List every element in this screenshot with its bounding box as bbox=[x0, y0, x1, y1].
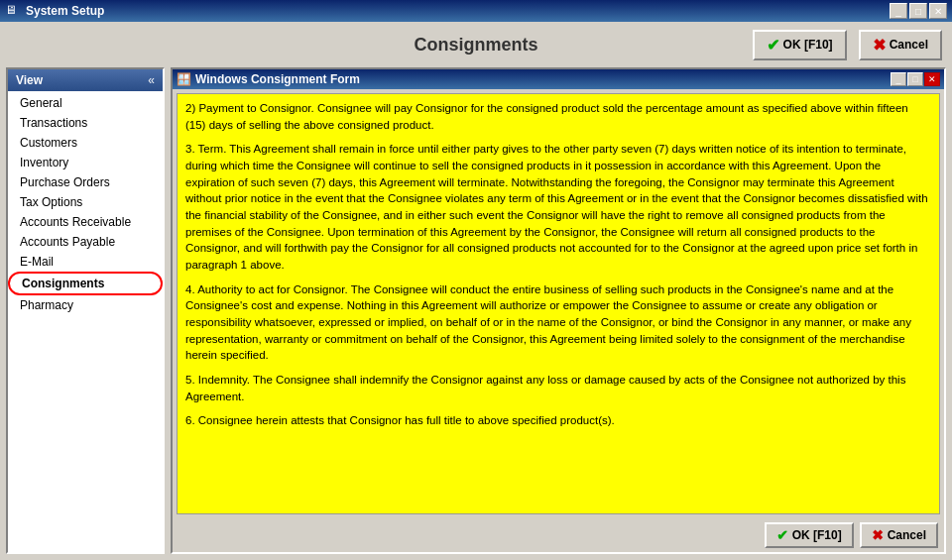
inner-close-button[interactable]: ✕ bbox=[924, 72, 940, 86]
sidebar-item-accounts-payable[interactable]: Accounts Payable bbox=[8, 232, 163, 252]
maximize-button[interactable]: □ bbox=[909, 3, 927, 19]
top-area: Consignments ✔ OK [F10] ✖ Cancel bbox=[0, 22, 952, 67]
window-controls: _ □ ✕ bbox=[890, 3, 947, 19]
inner-dialog: 🪟 Windows Consignment Form _ □ ✕ 2) Paym… bbox=[171, 67, 946, 554]
inner-footer: ✔ OK [F10] ✖ Cancel bbox=[173, 518, 944, 552]
inner-dialog-title: Windows Consignment Form bbox=[195, 72, 891, 86]
paragraph-5: 5. Indemnity. The Consignee shall indemn… bbox=[185, 372, 931, 404]
sidebar-nav: General Transactions Customers Inventory… bbox=[8, 91, 163, 317]
content-area: View « General Transactions Customers In… bbox=[0, 67, 952, 560]
sidebar-item-pharmacy[interactable]: Pharmacy bbox=[8, 295, 163, 315]
app-icon: 🖥 bbox=[5, 3, 21, 19]
cancel-label: Cancel bbox=[890, 38, 928, 52]
close-button[interactable]: ✕ bbox=[929, 3, 947, 19]
paragraph-4: 4. Authority to act for Consignor. The C… bbox=[185, 281, 931, 364]
ok-button[interactable]: ✔ OK [F10] bbox=[753, 30, 847, 60]
ok-label: OK [F10] bbox=[783, 38, 833, 52]
inner-dialog-icon: 🪟 bbox=[177, 72, 191, 86]
inner-title-bar: 🪟 Windows Consignment Form _ □ ✕ bbox=[173, 69, 944, 89]
page-title: Consignments bbox=[320, 35, 631, 56]
inner-cancel-label: Cancel bbox=[888, 528, 926, 542]
inner-window-controls: _ □ ✕ bbox=[891, 72, 940, 86]
sidebar-item-purchase-orders[interactable]: Purchase Orders bbox=[8, 172, 163, 192]
sidebar-item-customers[interactable]: Customers bbox=[8, 133, 163, 153]
inner-x-icon: ✖ bbox=[872, 527, 884, 543]
main-window: Consignments ✔ OK [F10] ✖ Cancel View « … bbox=[0, 22, 952, 560]
inner-maximize-button[interactable]: □ bbox=[907, 72, 923, 86]
paragraph-6: 6. Consignee herein attests that Consign… bbox=[185, 412, 931, 429]
paragraph-3: 3. Term. This Agreement shall remain in … bbox=[185, 141, 931, 273]
inner-ok-label: OK [F10] bbox=[792, 528, 842, 542]
sidebar-item-inventory[interactable]: Inventory bbox=[8, 153, 163, 172]
title-bar: 🖥 System Setup _ □ ✕ bbox=[0, 0, 952, 22]
sidebar-item-general[interactable]: General bbox=[8, 93, 163, 113]
sidebar-item-transactions[interactable]: Transactions bbox=[8, 113, 163, 133]
sidebar-item-tax-options[interactable]: Tax Options bbox=[8, 192, 163, 212]
minimize-button[interactable]: _ bbox=[890, 3, 907, 19]
sidebar-header: View « bbox=[8, 69, 163, 91]
x-icon: ✖ bbox=[873, 36, 886, 55]
inner-cancel-button[interactable]: ✖ Cancel bbox=[860, 522, 938, 548]
inner-ok-button[interactable]: ✔ OK [F10] bbox=[765, 522, 854, 548]
sidebar-item-accounts-receivable[interactable]: Accounts Receivable bbox=[8, 212, 163, 232]
inner-content-area[interactable]: 2) Payment to Consignor. Consignee will … bbox=[177, 93, 940, 514]
cancel-button[interactable]: ✖ Cancel bbox=[859, 30, 942, 60]
sidebar-item-consignments[interactable]: Consignments bbox=[8, 272, 163, 295]
sidebar-collapse-icon[interactable]: « bbox=[148, 73, 155, 87]
sidebar-item-email[interactable]: E-Mail bbox=[8, 252, 163, 272]
inner-check-icon: ✔ bbox=[776, 527, 788, 543]
check-icon: ✔ bbox=[767, 36, 779, 55]
app-title: System Setup bbox=[26, 4, 890, 18]
sidebar: View « General Transactions Customers In… bbox=[6, 67, 165, 554]
inner-minimize-button[interactable]: _ bbox=[891, 72, 906, 86]
sidebar-header-label: View bbox=[16, 73, 43, 87]
paragraph-2: 2) Payment to Consignor. Consignee will … bbox=[185, 100, 931, 133]
